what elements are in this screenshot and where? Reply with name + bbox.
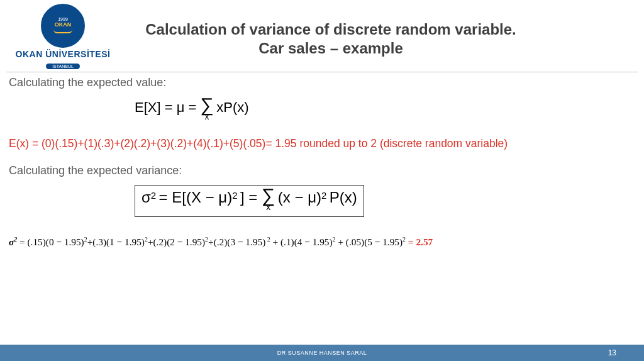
logo-innername: OKAN <box>53 22 72 28</box>
term3: +(.2)(3 − 1.95) <box>208 236 265 247</box>
logo-circle: 1999 OKAN <box>41 4 85 48</box>
expected-value-formula: E[X] = μ = ∑ x xP(x) <box>9 96 635 123</box>
university-logo: 1999 OKAN OKAN ÜNİVERSİTESİ İSTANBUL <box>6 4 119 70</box>
answer-value: 2.57 <box>416 236 433 247</box>
logo-name: OKAN ÜNİVERSİTESİ <box>6 49 119 59</box>
expected-value-calculation: E(x) = (0)(.15)+(1)(.3)+(2)(.2)+(3)(.2)+… <box>9 137 635 150</box>
sigma-symbol: σ <box>9 236 14 247</box>
title-line-2: Car sales – example <box>125 39 537 58</box>
summation-index-2: x <box>266 203 270 211</box>
variance-formula: σ2 = E[(X − μ)2 ] = ∑ x (x − μ)2 P(x) <box>9 184 635 217</box>
slide-header: 1999 OKAN OKAN ÜNİVERSİTESİ İSTANBUL Cal… <box>0 0 644 70</box>
term0: = (.15)(0 − 1.95) <box>17 236 84 247</box>
summation-symbol: ∑ x <box>200 96 213 123</box>
term4: + (.1)(4 − 1.95) <box>270 236 333 247</box>
term1: +(.3)(1 − 1.95) <box>87 236 145 247</box>
footer-author: DR SUSANNE HANSEN SARAL <box>277 350 367 356</box>
term5: + (.05)(5 − 1.95) <box>336 236 402 247</box>
summation-index: x <box>205 112 209 121</box>
formula2-sigma: σ <box>142 189 151 206</box>
formula2-rhs: (x − μ) <box>278 189 321 206</box>
formula2-mid2: ] = <box>240 189 262 206</box>
expected-value-label: Calculating the expected value: <box>9 76 635 89</box>
footer-page-number: 13 <box>608 348 616 357</box>
logo-inner-text: 1999 OKAN <box>51 14 75 37</box>
formula2-rhs2: P(x) <box>330 189 357 206</box>
slide-title: Calculation of variance of discrete rand… <box>125 4 638 58</box>
formula2-mid: = E[(X − μ) <box>159 189 233 206</box>
summation-symbol-2: ∑ x <box>262 186 275 214</box>
variance-label: Calculating the expected variance: <box>9 164 635 177</box>
term2: +(.2)(2 − 1.95) <box>148 236 205 247</box>
slide-footer: DR SUSANNE HANSEN SARAL 13 <box>0 345 644 361</box>
slide-body: Calculating the expected value: E[X] = μ… <box>0 72 644 248</box>
variance-calculation: σ2 = (.15)(0 − 1.95)2+(.3)(1 − 1.95)2+(.… <box>9 236 635 248</box>
answer-eq: = <box>406 236 416 247</box>
title-line-1: Calculation of variance of discrete rand… <box>125 20 537 39</box>
formula1-rhs: xP(x) <box>216 99 248 115</box>
formula1-lhs: E[X] = μ = <box>135 99 200 115</box>
logo-city: İSTANBUL <box>46 64 80 69</box>
